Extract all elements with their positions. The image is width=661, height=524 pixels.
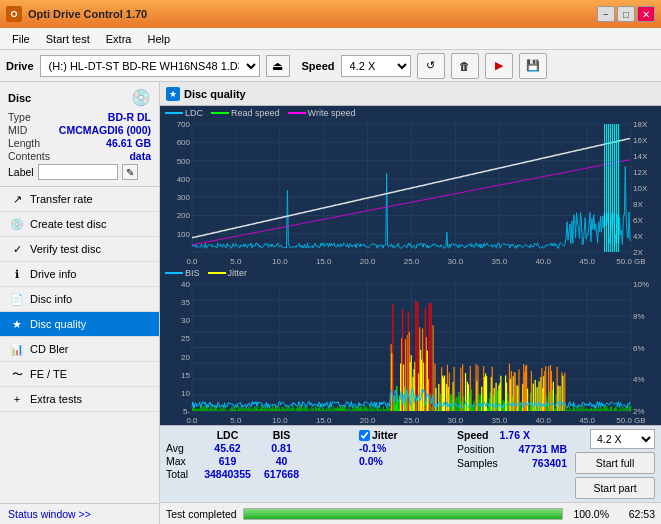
drive-label: Drive	[6, 60, 34, 72]
cd-bler-icon: 📊	[10, 342, 24, 356]
stats-buttons: 4.2 X Start full Start part	[575, 429, 655, 499]
title-bar: O Opti Drive Control 1.70 − □ ✕	[0, 0, 661, 28]
disc-label-btn[interactable]: ✎	[122, 164, 138, 180]
jitter-avg-row: -0.1%	[359, 442, 449, 454]
disc-type-label: Type	[8, 111, 31, 123]
nav-disc-info-label: Disc info	[30, 293, 72, 305]
nav-disc-info[interactable]: 📄 Disc info	[0, 287, 159, 312]
disc-label-text: Label	[8, 166, 34, 178]
bottom-chart-legend: BIS Jitter	[165, 268, 247, 278]
transfer-rate-icon: ↗	[10, 192, 24, 206]
disc-label-row: Label ✎	[8, 164, 151, 180]
app-title: Opti Drive Control 1.70	[28, 8, 147, 20]
create-test-disc-icon: 💿	[10, 217, 24, 231]
disc-length-label: Length	[8, 137, 40, 149]
write-speed-legend-color	[288, 112, 306, 114]
bis-legend-label: BIS	[185, 268, 200, 278]
disc-icon: 💿	[131, 88, 151, 107]
nav-transfer-rate-label: Transfer rate	[30, 193, 93, 205]
nav-create-test-disc[interactable]: 💿 Create test disc	[0, 212, 159, 237]
disc-info-grid: Type BD-R DL MID CMCMAGDI6 (000) Length …	[4, 109, 155, 182]
disc-contents-row: Contents data	[8, 150, 151, 162]
nav-extra-tests[interactable]: + Extra tests	[0, 387, 159, 412]
drive-select[interactable]: (H:) HL-DT-ST BD-RE WH16NS48 1.D3	[40, 55, 260, 77]
nav-transfer-rate[interactable]: ↗ Transfer rate	[0, 187, 159, 212]
verify-test-disc-icon: ✓	[10, 242, 24, 256]
eject-button[interactable]: ⏏	[266, 55, 290, 77]
maximize-button[interactable]: □	[617, 6, 635, 22]
save-button[interactable]: 💾	[519, 53, 547, 79]
right-content: ★ Disc quality LDC Read speed	[160, 82, 661, 524]
start-part-button[interactable]: Start part	[575, 477, 655, 499]
stats-ldc-max: 619	[200, 455, 255, 467]
bis-legend-color	[165, 272, 183, 274]
stats-position-row: Position 47731 MB	[457, 443, 567, 455]
nav-extra-tests-label: Extra tests	[30, 393, 82, 405]
drive-bar: Drive (H:) HL-DT-ST BD-RE WH16NS48 1.D3 …	[0, 50, 661, 82]
jitter-max-row: 0.0%	[359, 455, 449, 467]
disc-type-value: BD-R DL	[108, 111, 151, 123]
menu-extra[interactable]: Extra	[98, 31, 140, 47]
close-button[interactable]: ✕	[637, 6, 655, 22]
stats-avg-label: Avg	[166, 442, 196, 454]
speed-label: Speed	[302, 60, 335, 72]
stats-samples-label: Samples	[457, 457, 498, 469]
disc-mid-row: MID CMCMAGDI6 (000)	[8, 124, 151, 136]
stats-total-row: Total 34840355 617668	[166, 468, 351, 480]
read-speed-legend: Read speed	[211, 108, 280, 118]
extra-tests-icon: +	[10, 392, 24, 406]
jitter-legend-label: Jitter	[228, 268, 248, 278]
status-window-link[interactable]: Status window >>	[0, 503, 159, 524]
ldc-legend-label: LDC	[185, 108, 203, 118]
progress-bar	[243, 508, 563, 520]
write-speed-legend: Write speed	[288, 108, 356, 118]
disc-type-row: Type BD-R DL	[8, 111, 151, 123]
nav-drive-info[interactable]: ℹ Drive info	[0, 262, 159, 287]
stats-bis-total: 617668	[259, 468, 304, 480]
nav-disc-quality[interactable]: ★ Disc quality	[0, 312, 159, 337]
nav-disc-quality-label: Disc quality	[30, 318, 86, 330]
menu-start-test[interactable]: Start test	[38, 31, 98, 47]
minimize-button[interactable]: −	[597, 6, 615, 22]
fe-te-icon: 〜	[10, 367, 24, 381]
disc-section: Disc 💿 Type BD-R DL MID CMCMAGDI6 (000) …	[0, 82, 159, 187]
speed-select[interactable]: 4.2 X	[341, 55, 411, 77]
stats-speed-val: 1.76 X	[500, 429, 530, 441]
disc-label-input[interactable]	[38, 164, 118, 180]
write-button[interactable]: ▶	[485, 53, 513, 79]
nav-fe-te[interactable]: 〜 FE / TE	[0, 362, 159, 387]
menu-help[interactable]: Help	[139, 31, 178, 47]
stats-max-row: Max 619 40	[166, 455, 351, 467]
jitter-legend: Jitter	[208, 268, 248, 278]
disc-contents-value: data	[129, 150, 151, 162]
progress-bar-fill	[244, 509, 562, 519]
bottom-chart-container: BIS Jitter	[160, 266, 661, 425]
status-window-label: Status window >>	[8, 508, 91, 520]
jitter-checkbox[interactable]	[359, 430, 370, 441]
app-icon: O	[6, 6, 22, 22]
stats-speed-header: Speed 1.76 X	[457, 429, 567, 441]
stats-bis-header: BIS	[259, 429, 304, 441]
jitter-legend-color	[208, 272, 226, 274]
disc-header: Disc 💿	[4, 86, 155, 109]
stats-position-label: Position	[457, 443, 494, 455]
nav-verify-test-disc[interactable]: ✓ Verify test disc	[0, 237, 159, 262]
refresh-button[interactable]: ↺	[417, 53, 445, 79]
start-full-button[interactable]: Start full	[575, 452, 655, 474]
nav-cd-bler[interactable]: 📊 CD Bler	[0, 337, 159, 362]
stats-bis-max: 40	[259, 455, 304, 467]
disc-quality-title: Disc quality	[184, 88, 246, 100]
top-chart-container: LDC Read speed Write speed	[160, 106, 661, 266]
charts-area: LDC Read speed Write speed	[160, 106, 661, 425]
stats-jitter-section: Jitter -0.1% 0.0%	[359, 429, 449, 468]
stats-total-label: Total	[166, 468, 196, 480]
disc-info-icon: 📄	[10, 292, 24, 306]
stats-ldc-total: 34840355	[200, 468, 255, 480]
status-text: Test completed	[166, 508, 237, 520]
stats-jitter-max: 0.0%	[359, 455, 383, 467]
erase-button[interactable]: 🗑	[451, 53, 479, 79]
stats-ldc-avg: 45.62	[200, 442, 255, 454]
stats-max-label: Max	[166, 455, 196, 467]
menu-file[interactable]: File	[4, 31, 38, 47]
stats-speed-select[interactable]: 4.2 X	[590, 429, 655, 449]
